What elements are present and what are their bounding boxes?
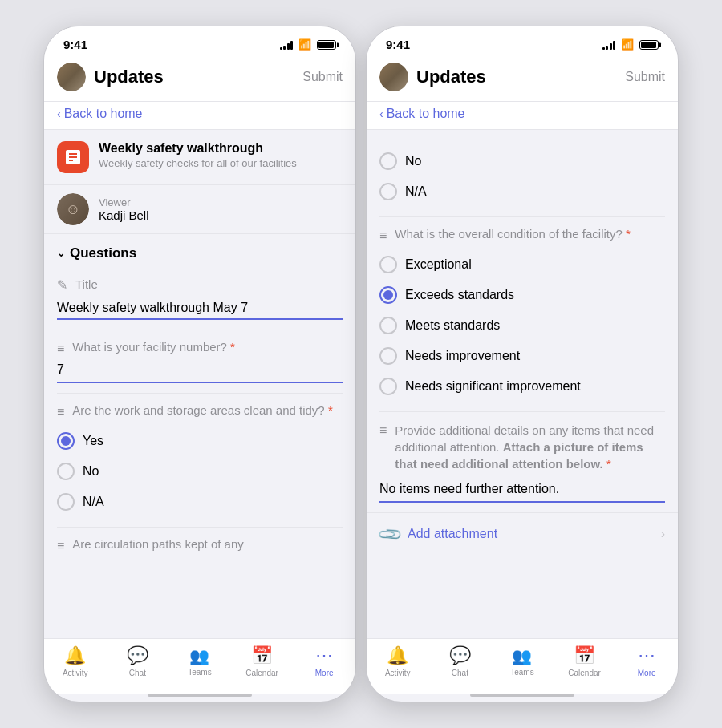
radio-na-cont[interactable]: N/A [379,176,665,207]
back-chevron-icon-right: ‹ [379,107,383,120]
radio-options-condition: Exceptional Exceeds standards Meets stan… [379,249,665,402]
bell-icon-left: 🔔 [64,645,86,666]
page-title-left: Updates [94,67,164,87]
tab-more-right[interactable]: ⋯ More [623,645,671,677]
tab-label-chat-right: Chat [452,669,468,677]
add-attachment-row[interactable]: 📎 Add attachment › [367,512,678,555]
tab-chat-left[interactable]: 💬 Chat [113,645,161,677]
questions-header[interactable]: ⌄ Questions [57,234,343,268]
tab-label-activity-left: Activity [63,669,88,677]
radio-na[interactable]: N/A [57,487,343,517]
question-continuation: No N/A [379,130,665,217]
app-header-left: Updates Submit [44,55,355,102]
tab-label-more-right: More [638,669,656,677]
radio-label-exceptional: Exceptional [405,257,472,272]
required-star-condition: * [626,227,631,241]
question-additional-details: ≡ Provide additional details on any item… [379,412,665,512]
radio-circle-meets [379,317,397,334]
details-answer: No items need further attention. [379,479,665,503]
questions-label: Questions [70,245,136,261]
radio-label-na: N/A [83,495,104,509]
wifi-icon: 📶 [298,38,311,51]
status-bar-right: 9:41 📶 [367,26,678,55]
question-row-details: ≡ Provide additional details on any item… [379,422,665,472]
tab-bar-right: 🔔 Activity 💬 Chat 👥 Teams 📅 Calendar ⋯ M… [367,638,678,694]
radio-circle-needs-sig [379,378,397,395]
radio-needs-improvement[interactable]: Needs improvement [379,341,665,371]
q-label-facility: What is your facility number? * [72,340,235,354]
back-link-right[interactable]: ‹ Back to home [379,107,665,121]
radio-circle-na [57,493,75,511]
form-title: Weekly safety walkthrough [99,141,297,156]
content-right: No N/A ≡ What is the overall condition o… [367,130,678,638]
back-link-left[interactable]: ‹ Back to home [57,107,343,121]
lines-icon-details: ≡ [379,423,387,438]
viewer-name: Kadji Bell [99,208,149,222]
submit-button-right[interactable]: Submit [625,70,665,84]
radio-circle-exceptional [379,256,397,273]
tab-teams-left[interactable]: 👥 Teams [176,646,224,677]
teams-icon-left: 👥 [189,646,209,665]
wifi-icon-right: 📶 [621,38,634,51]
form-info-card: Weekly safety walkthrough Weekly safety … [44,130,355,185]
viewer-label: Viewer [99,196,149,208]
radio-no-cont[interactable]: No [379,146,665,176]
tab-teams-right[interactable]: 👥 Teams [498,646,546,677]
radio-label-exceeds: Exceeds standards [405,288,514,302]
tab-more-left[interactable]: ⋯ More [300,645,348,677]
submit-button-left[interactable]: Submit [302,70,343,84]
status-icons-right: 📶 [602,38,659,51]
more-icon-left: ⋯ [315,645,333,666]
tab-activity-right[interactable]: 🔔 Activity [374,645,422,677]
teams-icon-right: 👥 [512,646,532,665]
form-description: Weekly safety checks for all of our faci… [99,157,297,169]
question-row-2: ≡ What is your facility number? * [57,340,343,356]
signal-icon-right [602,40,616,50]
add-attachment-left: 📎 Add attachment [379,524,497,544]
app-header-right: Updates Submit [367,55,678,102]
bell-icon-right: 🔔 [387,645,408,666]
title-input[interactable] [57,297,343,320]
question-circulation: ≡ Are circulation paths kept of any [57,528,343,568]
header-left: Updates [57,63,164,91]
back-nav-left: ‹ Back to home [44,102,355,130]
questions-section-right: No N/A ≡ What is the overall condition o… [367,130,678,512]
question-clean-tidy: ≡ Are the work and storage areas clean a… [57,394,343,528]
radio-label-na-cont: N/A [405,184,427,199]
chat-icon-right: 💬 [449,645,471,666]
lines-icon-2: ≡ [57,405,64,419]
radio-exceeds[interactable]: Exceeds standards [379,280,665,310]
radio-exceptional[interactable]: Exceptional [379,249,665,280]
tab-calendar-right[interactable]: 📅 Calendar [561,645,609,677]
question-title: ✎ Title [57,268,343,330]
q-label-details: Provide additional details on any items … [395,422,665,472]
question-row-3: ≡ Are the work and storage areas clean a… [57,403,343,419]
viewer-avatar-img: ☺ [57,193,89,225]
tab-calendar-left[interactable]: 📅 Calendar [238,645,286,677]
tab-chat-right[interactable]: 💬 Chat [436,645,484,677]
radio-needs-significant[interactable]: Needs significant improvement [379,371,665,402]
radio-circle-no [57,463,75,480]
radio-yes[interactable]: Yes [57,426,343,456]
radio-no[interactable]: No [57,456,343,487]
tab-label-calendar-right: Calendar [568,669,601,677]
pencil-icon: ✎ [57,277,67,293]
radio-options-clean: Yes No N/A [57,426,343,517]
radio-meets[interactable]: Meets standards [379,310,665,341]
home-indicator-left [148,694,252,697]
status-time-right: 9:41 [386,38,410,51]
radio-label-yes: Yes [83,434,103,448]
lines-icon-1: ≡ [57,342,64,356]
required-star-1: * [230,340,235,354]
radio-circle-needs [379,347,397,365]
tab-activity-left[interactable]: 🔔 Activity [51,645,99,677]
required-star-details: * [603,457,611,471]
viewer-text: Viewer Kadji Bell [99,196,149,222]
radio-label-no-cont: No [405,154,421,168]
calendar-icon-right: 📅 [574,645,595,666]
attachment-icon: 📎 [375,520,404,548]
phones-container: 9:41 📶 Updates Submit ‹ Bac [43,26,679,702]
radio-label-no: No [83,464,99,479]
question-row: ✎ Title [57,277,343,293]
radio-circle-yes [57,432,75,450]
